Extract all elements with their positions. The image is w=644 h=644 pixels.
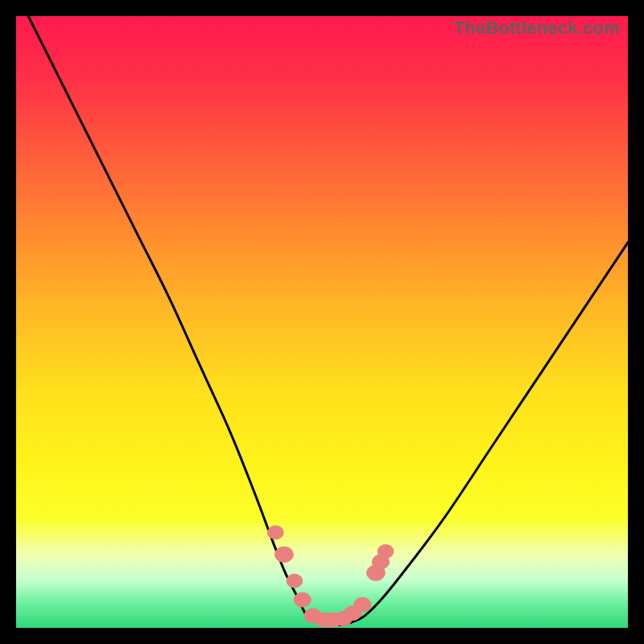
curve-right-branch <box>353 242 628 621</box>
chart-frame: TheBottleneck.com <box>0 0 644 644</box>
data-marker <box>267 526 283 539</box>
data-marker <box>354 597 371 612</box>
plot-area: TheBottleneck.com <box>16 16 628 628</box>
data-marker <box>294 592 311 607</box>
data-marker <box>275 547 293 562</box>
bottleneck-curve <box>16 16 628 628</box>
data-marker <box>287 574 303 588</box>
data-marker <box>378 545 394 559</box>
